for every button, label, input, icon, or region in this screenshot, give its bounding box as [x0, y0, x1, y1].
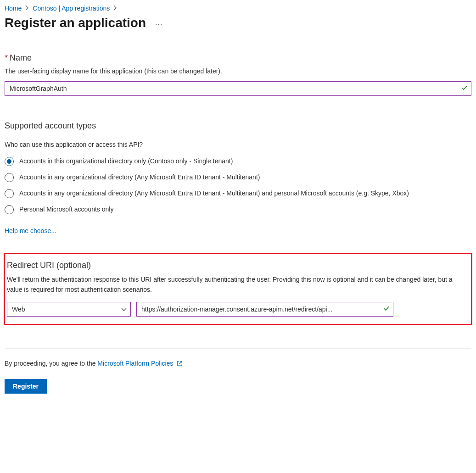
divider: [5, 348, 471, 349]
external-link-icon: [177, 361, 183, 368]
redirect-uri-description: We'll return the authentication response…: [7, 275, 469, 295]
account-types-question: Who can use this application or access t…: [5, 141, 471, 148]
checkmark-icon: [383, 306, 390, 313]
radio-label: Accounts in any organizational directory…: [19, 189, 409, 198]
radio-icon: [5, 189, 14, 198]
page-title: Register an application: [5, 16, 146, 30]
chevron-down-icon: [121, 306, 127, 313]
radio-multitenant[interactable]: Accounts in any organizational directory…: [5, 173, 471, 182]
breadcrumb-home[interactable]: Home: [5, 5, 22, 12]
chevron-right-icon: [113, 5, 117, 12]
breadcrumb: Home Contoso | App registrations: [5, 5, 471, 12]
help-me-choose-link[interactable]: Help me choose...: [5, 227, 56, 234]
breadcrumb-app-registrations[interactable]: Contoso | App registrations: [33, 5, 110, 12]
redirect-uri-heading: Redirect URI (optional): [7, 261, 469, 270]
radio-multitenant-personal[interactable]: Accounts in any organizational directory…: [5, 189, 471, 198]
redirect-uri-highlight: Redirect URI (optional) We'll return the…: [4, 253, 472, 325]
name-label: *Name: [5, 53, 471, 63]
name-description: The user-facing display name for this ap…: [5, 67, 471, 75]
radio-icon: [5, 173, 14, 182]
name-input[interactable]: [5, 81, 471, 96]
more-icon[interactable]: ···: [155, 17, 162, 28]
redirect-uri-input[interactable]: [136, 302, 393, 317]
radio-label: Personal Microsoft accounts only: [19, 205, 113, 214]
register-button[interactable]: Register: [5, 379, 47, 394]
policies-text: By proceeding, you agree to the Microsof…: [5, 360, 471, 368]
radio-personal-only[interactable]: Personal Microsoft accounts only: [5, 205, 471, 214]
platform-select[interactable]: Web: [7, 302, 131, 317]
radio-icon: [5, 157, 14, 166]
radio-icon: [5, 205, 14, 214]
radio-single-tenant[interactable]: Accounts in this organizational director…: [5, 156, 471, 166]
chevron-right-icon: [25, 5, 29, 12]
checkmark-icon: [461, 85, 468, 93]
platform-policies-link[interactable]: Microsoft Platform Policies: [97, 360, 173, 367]
radio-label: Accounts in any organizational directory…: [19, 173, 260, 182]
platform-select-value: Web: [12, 306, 25, 313]
account-types-heading: Supported account types: [5, 121, 471, 131]
required-star-icon: *: [5, 53, 8, 62]
account-types-radio-group: Accounts in this organizational director…: [5, 156, 471, 214]
radio-label: Accounts in this organizational director…: [19, 156, 233, 166]
